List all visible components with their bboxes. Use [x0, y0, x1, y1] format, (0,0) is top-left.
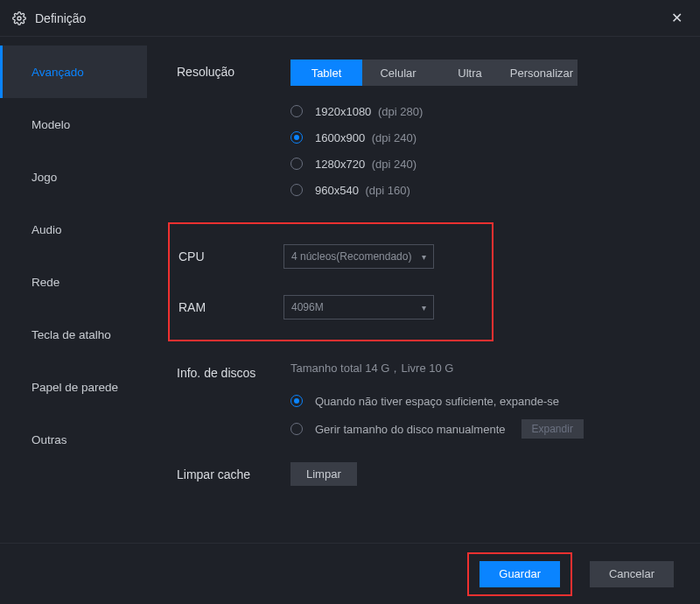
window-title: Definição: [35, 11, 666, 25]
tab-celular[interactable]: Celular: [362, 60, 434, 86]
chevron-down-icon: ▾: [422, 303, 426, 313]
save-button[interactable]: Guardar: [480, 561, 560, 587]
sidebar-item-label: Audio: [32, 223, 62, 236]
close-icon[interactable]: ✕: [666, 6, 688, 30]
sidebar-item-model[interactable]: Modelo: [0, 98, 147, 151]
tab-ultra[interactable]: Ultra: [434, 60, 506, 86]
radio-icon: [290, 105, 303, 117]
tab-personalizar[interactable]: Personalizar: [506, 60, 578, 86]
sidebar-item-label: Modelo: [32, 118, 70, 131]
disk-summary: Tamanho total 14 G，Livre 10 G: [290, 361, 679, 376]
save-highlight: Guardar: [467, 552, 572, 596]
sidebar-item-other[interactable]: Outras: [0, 413, 147, 466]
radio-icon: [290, 395, 303, 407]
cache-label: Limpar cache: [177, 462, 290, 481]
resolution-option[interactable]: 1920x1080 (dpi 280): [290, 98, 679, 124]
resolution-option-label: 1920x1080 (dpi 280): [315, 105, 423, 118]
disk-label: Info. de discos: [177, 361, 290, 380]
disk-option-label: Quando não tiver espaço suficiente, expa…: [315, 395, 559, 408]
clear-cache-button[interactable]: Limpar: [290, 462, 357, 486]
sidebar: Avançado Modelo Jogo Audio Rede Tecla de…: [0, 37, 147, 543]
sidebar-item-hotkey[interactable]: Tecla de atalho: [0, 308, 147, 361]
footer: Guardar Cancelar: [0, 543, 700, 604]
sidebar-item-label: Papel de parede: [32, 381, 118, 394]
sidebar-item-label: Outras: [32, 433, 67, 446]
resolution-option[interactable]: 1600x900 (dpi 240): [290, 124, 679, 151]
resolution-option-label: 960x540 (dpi 160): [315, 184, 410, 197]
expand-button[interactable]: Expandir: [522, 419, 584, 439]
sidebar-item-label: Avançado: [32, 66, 84, 79]
resolution-option-label: 1280x720 (dpi 240): [315, 158, 416, 171]
cancel-button[interactable]: Cancelar: [590, 561, 674, 587]
radio-icon: [290, 423, 303, 435]
sidebar-item-network[interactable]: Rede: [0, 256, 147, 308]
cpu-select[interactable]: 4 núcleos(Recomendado) ▾: [284, 244, 434, 269]
resolution-option[interactable]: 960x540 (dpi 160): [290, 177, 679, 203]
cpu-label: CPU: [178, 249, 284, 263]
resolution-tabs: Tablet Celular Ultra Personalizar: [290, 60, 679, 86]
gear-icon: [12, 11, 26, 25]
sidebar-item-wallpaper[interactable]: Papel de parede: [0, 361, 147, 413]
tab-tablet[interactable]: Tablet: [290, 60, 362, 86]
radio-icon: [290, 158, 303, 170]
ram-select[interactable]: 4096M ▾: [284, 295, 434, 320]
sidebar-item-advanced[interactable]: Avançado: [0, 46, 147, 98]
radio-icon: [290, 131, 303, 144]
cpu-ram-highlight: CPU 4 núcleos(Recomendado) ▾ RAM 4096M ▾: [168, 222, 494, 341]
ram-label: RAM: [178, 300, 284, 314]
sidebar-item-audio[interactable]: Audio: [0, 203, 147, 256]
disk-option-label: Gerir tamanho do disco manualmente: [315, 423, 506, 436]
sidebar-item-label: Rede: [32, 276, 60, 289]
cpu-select-value: 4 núcleos(Recomendado): [291, 250, 411, 263]
disk-option-manual[interactable]: Gerir tamanho do disco manualmente Expan…: [290, 415, 679, 443]
resolution-option[interactable]: 1280x720 (dpi 240): [290, 151, 679, 177]
sidebar-item-game[interactable]: Jogo: [0, 151, 147, 203]
disk-option-autoexpand[interactable]: Quando não tiver espaço suficiente, expa…: [290, 387, 679, 415]
svg-point-0: [18, 17, 21, 20]
chevron-down-icon: ▾: [422, 252, 426, 262]
sidebar-item-label: Jogo: [32, 171, 57, 184]
resolution-option-label: 1600x900 (dpi 240): [315, 131, 416, 144]
resolution-label: Resolução: [177, 60, 290, 79]
sidebar-item-label: Tecla de atalho: [32, 328, 111, 341]
radio-icon: [290, 184, 303, 196]
ram-select-value: 4096M: [291, 301, 324, 313]
